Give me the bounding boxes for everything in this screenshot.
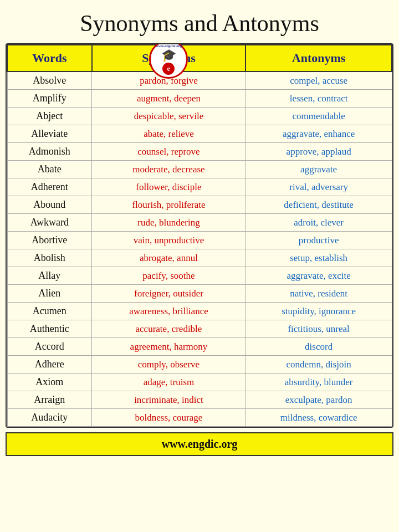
antonym-cell: condemn, disjoin bbox=[245, 356, 392, 374]
synonym-cell: pacify, soothe bbox=[92, 267, 246, 285]
table-row: Acumenawareness, brilliancestupidity, ig… bbox=[7, 303, 392, 320]
table-row: Amplifyaugment, deepenlessen, contract bbox=[7, 90, 392, 108]
antonym-cell: aggravate bbox=[245, 161, 392, 178]
synonym-cell: agreement, harmony bbox=[92, 338, 246, 356]
synonym-cell: boldness, courage bbox=[92, 409, 246, 427]
synonym-cell: awareness, brilliance bbox=[92, 303, 246, 320]
antonym-cell: productive bbox=[245, 232, 392, 249]
table-row: Authenticaccurate, crediblefictitious, u… bbox=[7, 320, 392, 338]
synonym-cell: counsel, reprove bbox=[92, 143, 246, 161]
word-cell: Adherent bbox=[7, 178, 92, 196]
footer-url: www.engdic.org bbox=[6, 432, 393, 456]
synonym-cell: vain, unproductive bbox=[92, 232, 246, 249]
main-table-container: Words Synonyms www.engdic.org 🎓 e Antony… bbox=[6, 43, 393, 428]
word-cell: Adhere bbox=[7, 356, 92, 374]
word-cell: Acumen bbox=[7, 303, 92, 320]
table-row: Arraignincriminate, indictexculpate, par… bbox=[7, 391, 392, 409]
col-header-antonyms: Antonyms bbox=[245, 45, 392, 71]
word-cell: Abate bbox=[7, 161, 92, 178]
antonym-cell: mildness, cowardice bbox=[245, 409, 392, 427]
word-cell: Abject bbox=[7, 108, 92, 125]
synonym-cell: adage, truism bbox=[92, 374, 246, 391]
word-cell: Allay bbox=[7, 267, 92, 285]
antonym-cell: native, resident bbox=[245, 285, 392, 303]
synonym-cell: abate, relieve bbox=[92, 125, 246, 143]
table-row: Abjectdespicable, servilecommendable bbox=[7, 108, 392, 125]
table-row: Adherentfollower, disciplerival, adversa… bbox=[7, 178, 392, 196]
word-cell: Awkward bbox=[7, 214, 92, 232]
synonym-cell: abrogate, annul bbox=[92, 249, 246, 267]
word-cell: Axiom bbox=[7, 374, 92, 391]
synonym-cell: accurate, credible bbox=[92, 320, 246, 338]
page-title: Synonyms and Antonyms bbox=[0, 0, 399, 43]
table-row: Abolishabrogate, annulsetup, establish bbox=[7, 249, 392, 267]
table-row: Absolvepardon, forgivecompel, accuse bbox=[7, 71, 392, 90]
table-row: Accordagreement, harmonydiscord bbox=[7, 338, 392, 356]
antonym-cell: absurdity, blunder bbox=[245, 374, 392, 391]
logo-letter: e bbox=[162, 63, 175, 75]
col-header-synonyms: Synonyms www.engdic.org 🎓 e bbox=[92, 45, 246, 71]
word-cell: Audacity bbox=[7, 409, 92, 427]
antonym-cell: discord bbox=[245, 338, 392, 356]
table-row: Abortivevain, unproductiveproductive bbox=[7, 232, 392, 249]
table-body: Absolvepardon, forgivecompel, accuseAmpl… bbox=[7, 71, 392, 427]
table-row: Audacityboldness, couragemildness, cowar… bbox=[7, 409, 392, 427]
synonym-cell: foreigner, outsider bbox=[92, 285, 246, 303]
table-row: Admonishcounsel, reproveapprove, applaud bbox=[7, 143, 392, 161]
antonym-cell: exculpate, pardon bbox=[245, 391, 392, 409]
word-cell: Absolve bbox=[7, 71, 92, 90]
antonym-cell: setup, establish bbox=[245, 249, 392, 267]
table-row: Adherecomply, observecondemn, disjoin bbox=[7, 356, 392, 374]
antonym-cell: deficient, destitute bbox=[245, 196, 392, 214]
logo-graduation-icon: 🎓 bbox=[161, 48, 176, 63]
word-cell: Alien bbox=[7, 285, 92, 303]
table-row: Alienforeigner, outsidernative, resident bbox=[7, 285, 392, 303]
table-row: Allaypacify, sootheaggravate, excite bbox=[7, 267, 392, 285]
antonym-cell: lessen, contract bbox=[245, 90, 392, 108]
synonym-cell: incriminate, indict bbox=[92, 391, 246, 409]
logo-url: www.engdic.org bbox=[156, 44, 182, 48]
antonym-cell: approve, applaud bbox=[245, 143, 392, 161]
synonym-cell: flourish, proliferate bbox=[92, 196, 246, 214]
antonym-cell: fictitious, unreal bbox=[245, 320, 392, 338]
antonym-cell: rival, adversary bbox=[245, 178, 392, 196]
antonym-cell: stupidity, ignorance bbox=[245, 303, 392, 320]
word-cell: Accord bbox=[7, 338, 92, 356]
word-cell: Abortive bbox=[7, 232, 92, 249]
synonym-cell: follower, disciple bbox=[92, 178, 246, 196]
word-cell: Abound bbox=[7, 196, 92, 214]
word-cell: Amplify bbox=[7, 90, 92, 108]
table-row: Axiomadage, truismabsurdity, blunder bbox=[7, 374, 392, 391]
table-header-row: Words Synonyms www.engdic.org 🎓 e Antony… bbox=[7, 45, 392, 71]
antonym-cell: aggravate, excite bbox=[245, 267, 392, 285]
synonym-cell: moderate, decrease bbox=[92, 161, 246, 178]
antonym-cell: aggravate, enhance bbox=[245, 125, 392, 143]
synonym-cell: comply, observe bbox=[92, 356, 246, 374]
word-cell: Abolish bbox=[7, 249, 92, 267]
synonym-cell: rude, blundering bbox=[92, 214, 246, 232]
table-row: Abatemoderate, decreaseaggravate bbox=[7, 161, 392, 178]
synonym-cell: despicable, servile bbox=[92, 108, 246, 125]
antonym-cell: adroit, clever bbox=[245, 214, 392, 232]
synonym-cell: augment, deepen bbox=[92, 90, 246, 108]
table-row: Alleviateabate, relieveaggravate, enhanc… bbox=[7, 125, 392, 143]
table-row: Aboundflourish, proliferatedeficient, de… bbox=[7, 196, 392, 214]
antonym-cell: compel, accuse bbox=[245, 71, 392, 90]
word-cell: Arraign bbox=[7, 391, 92, 409]
antonym-cell: commendable bbox=[245, 108, 392, 125]
word-cell: Alleviate bbox=[7, 125, 92, 143]
word-cell: Admonish bbox=[7, 143, 92, 161]
word-cell: Authentic bbox=[7, 320, 92, 338]
col-header-words: Words bbox=[7, 45, 92, 71]
table-row: Awkwardrude, blunderingadroit, clever bbox=[7, 214, 392, 232]
synonyms-antonyms-table: Words Synonyms www.engdic.org 🎓 e Antony… bbox=[7, 44, 392, 427]
